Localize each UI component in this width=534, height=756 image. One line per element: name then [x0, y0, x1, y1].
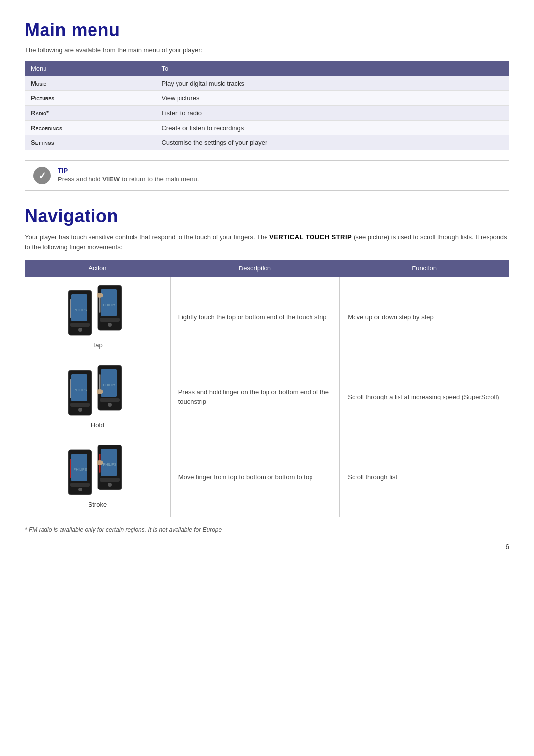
svg-point-30	[78, 488, 82, 491]
menu-table-row: RecordingsCreate or listen to recordings	[25, 121, 509, 135]
page-number: 6	[25, 543, 509, 551]
navigation-intro: Your player has touch sensitive controls…	[25, 232, 509, 252]
nav-function-cell: Move up or down step by step	[340, 277, 509, 357]
svg-rect-29	[70, 483, 90, 487]
menu-item-name: Radio*	[25, 106, 155, 121]
menu-table-row: PicturesView pictures	[25, 91, 509, 106]
svg-rect-2	[70, 299, 71, 318]
svg-point-10	[108, 323, 112, 327]
navigation-table: Action Description Function PHILIPS	[25, 260, 509, 517]
main-menu-title: Main menu	[25, 20, 509, 41]
svg-text:PHILIPS: PHILIPS	[103, 303, 117, 307]
menu-item-to: Listen to radio	[155, 106, 509, 121]
svg-point-36	[108, 483, 112, 487]
main-menu-table: Menu To MusicPlay your digital music tra…	[25, 61, 509, 150]
svg-text:PHILIPS: PHILIPS	[74, 388, 87, 392]
svg-point-4	[78, 328, 82, 332]
svg-rect-35	[100, 478, 120, 482]
menu-item-to: Create or listen to recordings	[155, 121, 509, 135]
menu-item-name: Recordings	[25, 121, 155, 135]
svg-rect-28	[70, 459, 71, 478]
footer-note: * FM radio is available only for certain…	[25, 526, 509, 533]
svg-point-17	[78, 408, 82, 412]
svg-text:PHILIPS: PHILIPS	[103, 463, 117, 466]
tip-box: ✓ TIP Press and hold VIEW to return to t…	[25, 160, 509, 191]
nav-function-cell: Scroll through a list at increasing spee…	[340, 357, 509, 437]
nav-intro-text1: Your player has touch sensitive controls…	[25, 233, 269, 241]
action-col-header: Action	[25, 260, 171, 277]
nav-highlight: VERTICAL TOUCH STRIP	[269, 233, 352, 241]
navigation-title: Navigation	[25, 206, 509, 226]
tip-bold-word: VIEW	[102, 176, 120, 183]
main-menu-intro: The following are available from the mai…	[25, 46, 509, 54]
nav-action-label: Stroke	[33, 500, 162, 510]
nav-action-cell: PHILIPS PHILIPS Hold	[25, 357, 171, 437]
menu-table-row: Radio*Listen to radio	[25, 106, 509, 121]
svg-text:PHILIPS: PHILIPS	[74, 468, 87, 471]
menu-item-to: View pictures	[155, 91, 509, 106]
nav-action-label: Hold	[33, 420, 162, 430]
tip-label: TIP	[58, 167, 199, 174]
nav-action-cell: PHILIPS PHILIPS Stroke	[25, 437, 171, 517]
svg-text:PHILIPS: PHILIPS	[103, 383, 117, 387]
nav-description-cell: Move finger from top to bottom or bottom…	[170, 437, 340, 517]
svg-point-23	[108, 403, 112, 407]
nav-action-label: Tap	[33, 340, 162, 350]
menu-table-row: MusicPlay your digital music tracks	[25, 76, 509, 91]
menu-item-name: Settings	[25, 135, 155, 150]
tip-content: TIP Press and hold VIEW to return to the…	[58, 167, 199, 183]
menu-item-to: Play your digital music tracks	[155, 76, 509, 91]
svg-rect-22	[100, 398, 120, 402]
menu-item-name: Pictures	[25, 91, 155, 106]
nav-description-cell: Press and hold finger on the top or bott…	[170, 357, 340, 437]
nav-action-cell: PHILIPS PHILIPS Tap	[25, 277, 171, 357]
svg-rect-16	[70, 403, 90, 407]
svg-rect-15	[70, 379, 71, 398]
nav-table-row: PHILIPS PHILIPS TapLightly touch	[25, 277, 509, 357]
nav-description-cell: Lightly touch the top or bottom end of t…	[170, 277, 340, 357]
to-col-header: To	[155, 61, 509, 76]
svg-rect-9	[100, 318, 120, 322]
tip-text: Press and hold VIEW to return to the mai…	[58, 176, 199, 183]
tip-checkmark-icon: ✓	[33, 167, 51, 184]
nav-table-row: PHILIPS PHILIPS HoldPress and hol	[25, 357, 509, 437]
nav-table-row: PHILIPS PHILIPS StrokeMove finger	[25, 437, 509, 517]
menu-col-header: Menu	[25, 61, 155, 76]
menu-item-to: Customise the settings of your player	[155, 135, 509, 150]
tip-text-after: to return to the main menu.	[120, 176, 199, 183]
description-col-header: Description	[170, 260, 340, 277]
nav-function-cell: Scroll through list	[340, 437, 509, 517]
menu-item-name: Music	[25, 76, 155, 91]
svg-rect-3	[70, 323, 90, 327]
tip-text-before: Press and hold	[58, 176, 102, 183]
menu-table-row: SettingsCustomise the settings of your p…	[25, 135, 509, 150]
function-col-header: Function	[340, 260, 509, 277]
svg-text:PHILIPS: PHILIPS	[74, 308, 87, 311]
